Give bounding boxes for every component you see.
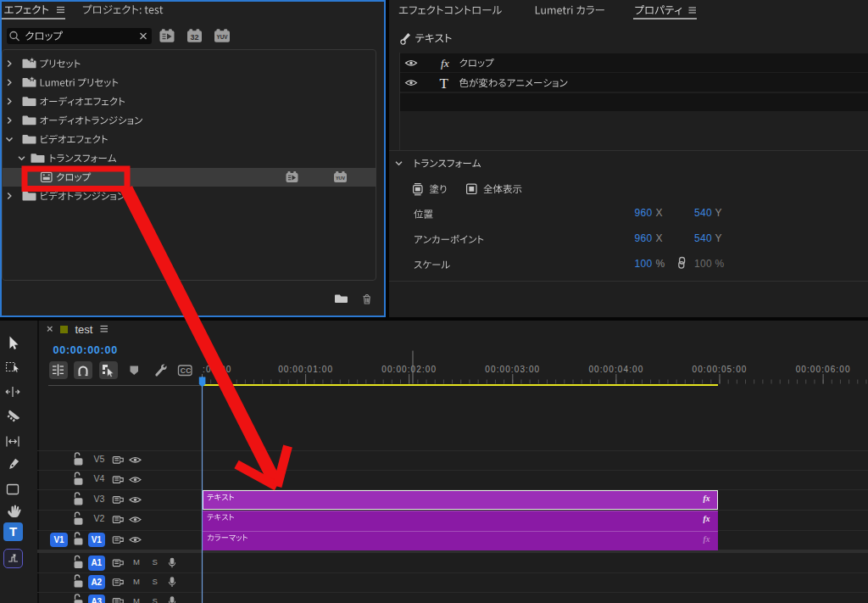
- svg-text:YUV: YUV: [336, 176, 345, 181]
- svg-text:YUV: YUV: [216, 34, 228, 40]
- svg-text:32: 32: [190, 33, 198, 42]
